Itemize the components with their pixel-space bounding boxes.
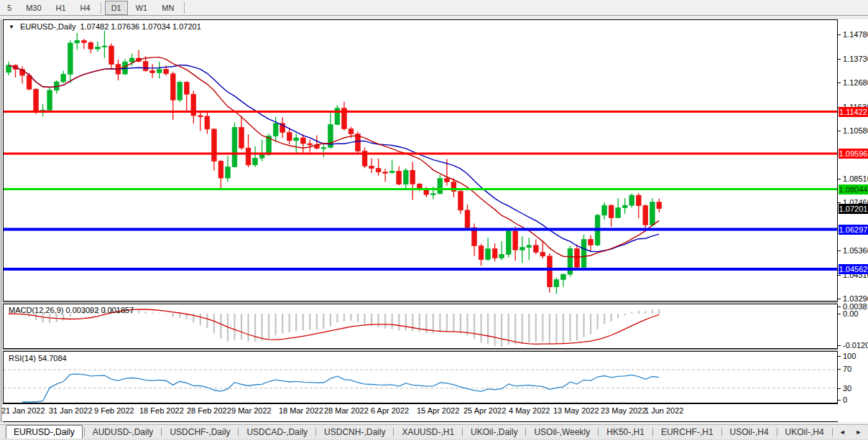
date-tick-label: 31 Jan 2022	[49, 406, 93, 415]
axis-tick	[838, 314, 841, 314]
rsi-panel: RSI(14) 54.7084	[3, 351, 838, 403]
timeframe-button-D1[interactable]: D1	[105, 1, 128, 15]
price-badge-1.08044: 1.08044	[839, 184, 868, 195]
chart-tab-usdchf-daily[interactable]: USDCHF-,Daily	[163, 426, 236, 439]
rsi-canvas	[3, 351, 838, 403]
macd-panel: MACD(12,26,9) 0.003092 0.001857	[3, 304, 838, 349]
macd-tick-label: 0.00	[843, 309, 858, 318]
candle	[47, 88, 52, 112]
candle	[232, 123, 237, 168]
candle	[657, 199, 662, 212]
candlestick-series	[6, 31, 662, 294]
chart-tab-xauusd-h1[interactable]: XAUUSD-,H1	[395, 426, 461, 439]
candle	[246, 134, 251, 167]
timeframe-button-W1[interactable]: W1	[129, 1, 154, 15]
candle	[547, 253, 552, 293]
date-tick-label: 9 Mar 2022	[231, 406, 272, 415]
tab-divider	[315, 428, 316, 436]
candle	[629, 193, 634, 207]
tab-divider	[598, 428, 599, 436]
candle	[239, 116, 244, 149]
price-badge-1.11422: 1.11422	[839, 107, 868, 117]
candle	[527, 238, 532, 260]
axis-tick	[838, 83, 841, 83]
candle	[609, 205, 614, 227]
candle	[116, 60, 121, 80]
candle	[294, 134, 299, 153]
price-tick-label: 1.08510	[843, 174, 868, 183]
slow-ma-line	[9, 65, 659, 252]
chart-tab-usdcad-daily[interactable]: USDCAD-,Daily	[240, 426, 314, 439]
candle	[205, 113, 210, 134]
candle	[389, 159, 394, 174]
candle	[410, 162, 415, 200]
rsi-tick-label: 70	[843, 365, 851, 373]
axis-tick	[838, 388, 841, 389]
candle	[643, 205, 648, 230]
date-tick-label: 1 Jun 2022	[645, 406, 683, 415]
candle	[212, 128, 217, 171]
date-tick-label: 15 Apr 2022	[417, 406, 459, 415]
candle	[622, 198, 627, 214]
toolbar-separator	[101, 2, 101, 14]
candle	[267, 134, 272, 156]
candle	[314, 136, 319, 150]
panel-border	[4, 352, 838, 403]
price-badge-1.06297: 1.06297	[839, 225, 868, 235]
chart-tab-audusd-daily[interactable]: AUDUSD-,Daily	[86, 426, 160, 439]
price-badge-1.09596: 1.09596	[839, 149, 868, 159]
candle	[109, 44, 114, 69]
candle	[486, 238, 491, 261]
rsi-tick-label: 100	[843, 352, 856, 360]
candle	[68, 40, 73, 83]
candle	[40, 104, 45, 116]
candle	[81, 39, 86, 49]
timeframe-button-H1[interactable]: H1	[50, 1, 73, 15]
candle	[650, 198, 655, 226]
tab-divider	[525, 428, 526, 436]
chart-tab-eurchf-h1[interactable]: EURCHF-,H1	[655, 426, 720, 439]
candle	[273, 117, 278, 142]
chart-tab-ukoil-h4[interactable]: UKOil-,H4	[779, 426, 831, 439]
axis-tick	[838, 34, 841, 35]
date-tick-label: 13 May 2022	[553, 406, 599, 415]
date-tick-label: 21 Jan 2022	[1, 406, 45, 415]
chart-tab-usoil-h4[interactable]: USOil-,H4	[724, 426, 775, 439]
tab-divider	[832, 428, 833, 436]
candle	[362, 147, 367, 168]
chart-tab-hk50-h1[interactable]: HK50-,H1	[600, 426, 651, 439]
date-tick-label: 18 Feb 2022	[139, 406, 184, 415]
chart-title-ohlc: 1.07482 1.07636 1.07034 1.07201	[80, 22, 201, 31]
tab-divider	[777, 428, 777, 436]
candle	[218, 160, 223, 189]
chart-tab-eurusd-daily[interactable]: EURUSD-,Daily	[6, 425, 83, 439]
candle	[397, 167, 402, 186]
candle	[226, 156, 231, 182]
price-tick-label: 1.05360	[843, 246, 868, 255]
axis-tick	[838, 179, 841, 179]
timeframe-button-MN[interactable]: MN	[155, 1, 180, 15]
chart-tab-ukoil-daily[interactable]: UKOil-,Daily	[464, 426, 524, 439]
tab-divider	[161, 428, 162, 436]
candle	[150, 64, 155, 78]
symbol-dropdown-icon[interactable]: ▼	[9, 24, 14, 30]
macd-signal-line	[9, 309, 659, 345]
candle	[616, 198, 621, 218]
candle	[383, 169, 388, 182]
candle	[376, 159, 381, 176]
timeframe-button-M30[interactable]: M30	[19, 1, 47, 15]
axis-tick	[838, 356, 841, 357]
price-badge-1.07201: 1.07201	[839, 204, 868, 214]
candle	[356, 131, 361, 153]
chart-tab-usoil-weekly[interactable]: USOil-,Weekly	[527, 426, 596, 439]
tab-scroll-left-icon[interactable]: ◄	[834, 427, 851, 437]
timeframe-button-H4[interactable]: H4	[74, 1, 97, 15]
timeframe-button-5[interactable]: 5	[1, 1, 18, 15]
candle	[198, 111, 203, 131]
tab-divider	[393, 428, 394, 436]
rsi-label: RSI(14) 54.7084	[9, 354, 67, 362]
candle	[287, 128, 292, 144]
axis-tick	[838, 299, 841, 299]
tab-scroll-right-icon[interactable]: ►	[851, 427, 867, 437]
chart-tab-usdcnh-daily[interactable]: USDCNH-,Daily	[318, 426, 392, 439]
